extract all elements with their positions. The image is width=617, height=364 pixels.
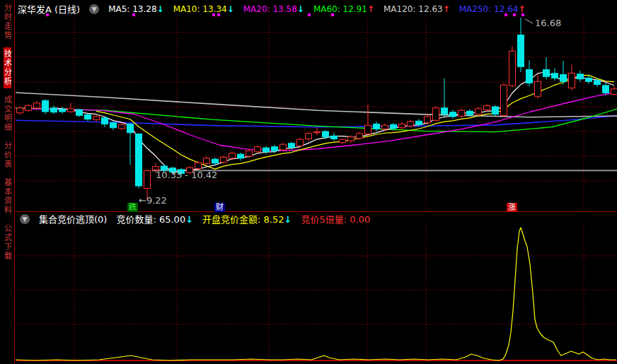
ma-readout-ma250: MA250: 12.64↑ <box>459 4 526 14</box>
trend-down-icon: ↓ <box>227 4 234 14</box>
indicator-field-1: 开盘竞价金额: 8.52↓ <box>202 212 292 225</box>
indicator-name: 集合竞价逃顶(0) <box>39 212 107 225</box>
chevron-down-icon[interactable]: ▼ <box>89 4 99 14</box>
trend-down-icon: ↓ <box>284 214 292 225</box>
sidebar: 分时走势技术分析成交明细分价表基本资料公式下载 <box>0 0 15 364</box>
trend-down-icon: ↓ <box>185 214 193 225</box>
sidebar-tab-2[interactable]: 成交明细 <box>4 93 11 134</box>
sidebar-tab-4[interactable]: 基本资料 <box>4 176 11 217</box>
topbar: 深华发A (日线) ▼ MA5: 13.28↓MA10: 13.34↓MA20:… <box>15 0 617 18</box>
trend-up-icon: ↑ <box>367 4 374 14</box>
main-price-chart-canvas[interactable]: 16.68←9.2210.33 - 10.42 <box>0 18 617 211</box>
ma-readout-ma10: MA10: 13.34↓ <box>173 4 234 14</box>
trend-up-icon: ↑ <box>518 4 525 14</box>
sidebar-tab-0[interactable]: 分时走势 <box>4 1 11 42</box>
svg-text:10.33 - 10.42: 10.33 - 10.42 <box>156 170 217 180</box>
chart-marker-badge-1: 财 <box>214 203 225 212</box>
indicator-field-0: 竞价数量: 65.00↓ <box>116 212 193 225</box>
indicator-header: ▼ 集合竞价逃顶(0) 竞价数量: 65.00↓开盘竞价金额: 8.52↓竞价5… <box>15 213 617 225</box>
trend-up-icon: ↑ <box>443 4 450 14</box>
svg-text:←9.22: ←9.22 <box>139 195 167 206</box>
ma-readout-ma5: MA5: 13.28↓ <box>108 4 163 14</box>
indicator-field-2: 竞价5倍量: 0.00 <box>301 212 370 225</box>
chevron-down-icon[interactable]: ▼ <box>20 214 30 224</box>
chart-marker-badge-0: 跌 <box>127 203 138 212</box>
ma-readout-ma60: MA60: 12.91↑ <box>313 4 374 14</box>
indicator-chart-canvas[interactable] <box>0 225 617 364</box>
stock-title: 深华发A (日线) <box>18 2 80 16</box>
indicator-values: 竞价数量: 65.00↓开盘竞价金额: 8.52↓竞价5倍量: 0.00 <box>116 212 370 225</box>
sidebar-tab-3[interactable]: 分价表 <box>4 139 11 171</box>
ma-readout-ma120: MA120: 12.63↑ <box>384 4 450 14</box>
trend-down-icon: ↓ <box>157 4 164 14</box>
svg-text:16.68: 16.68 <box>535 18 561 28</box>
sidebar-tab-1[interactable]: 技术分析 <box>4 47 11 88</box>
sidebar-tab-5[interactable]: 公式下载 <box>4 222 11 263</box>
ma-readout-ma20: MA20: 13.58↓ <box>243 4 304 14</box>
ma-readout-strip: MA5: 13.28↓MA10: 13.34↓MA20: 13.58↓MA60:… <box>108 4 525 14</box>
trend-down-icon: ↓ <box>297 4 304 14</box>
app-window: { "topbar": { "title": "深华发A (日线)", "dro… <box>0 0 617 364</box>
chart-marker-badge-2: 涨 <box>507 203 517 212</box>
